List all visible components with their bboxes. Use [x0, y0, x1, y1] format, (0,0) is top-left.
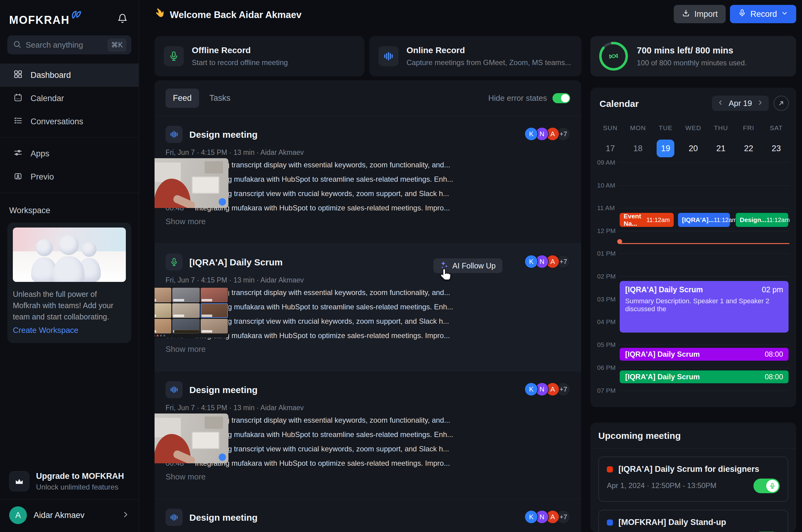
date-cell[interactable]: 21 [712, 139, 730, 157]
sidebar-item-apps[interactable]: Apps [0, 142, 139, 165]
feed-tabbar: Feed Tasks Hide error states [155, 80, 581, 116]
upcoming-meeting-card[interactable]: [MOFKRAH] Daily Stand-up Apr 1, 2024 · 1… [598, 510, 788, 532]
notifications-bell-icon[interactable] [117, 11, 128, 25]
calendar-event[interactable]: [IQRA'A] Daily Scrum08:00 [620, 370, 788, 383]
chevron-left-icon[interactable] [717, 99, 724, 108]
meeting-card[interactable]: [IQRA'A] Daily Scrum AI Follow Up K N A … [155, 244, 581, 372]
upcoming-title: Upcoming meeting [598, 431, 788, 441]
user-name: Aidar Akmaev [34, 511, 115, 520]
workspace-text: Unleash the full power of Mofkrah with t… [13, 289, 126, 323]
transcript-text: Integrating mufakara with HubSpot to opt… [195, 331, 450, 340]
event-color-dot [607, 466, 613, 472]
date-cell-selected[interactable]: 19 [656, 139, 674, 157]
offline-record-card[interactable]: Offline Record Start to record offline m… [155, 36, 364, 76]
calendar-event[interactable]: [IQRA'A] Daily Scrum08:00 [620, 348, 788, 361]
meeting-card[interactable]: Design meeting K N A +7 Fri, Jun 7 · 4:1… [155, 372, 581, 499]
wave-icon [155, 8, 166, 21]
date-cell[interactable]: 20 [684, 139, 702, 157]
sidebar-item-label: Dashboard [31, 71, 71, 80]
sidebar-item-previo[interactable]: Previo [0, 165, 139, 188]
import-button[interactable]: Import [674, 5, 726, 23]
create-workspace-link[interactable]: Create Workspace [13, 326, 126, 335]
avatar: A [9, 506, 27, 524]
mofkrah-dashboard: MOFKRAH Search anything ⌘K [0, 0, 802, 532]
workspace-section-label: Workspace [0, 197, 139, 215]
expand-calendar-button[interactable] [774, 96, 789, 111]
search-input[interactable]: Search anything ⌘K [7, 35, 131, 54]
hide-error-states-toggle[interactable] [553, 93, 570, 103]
meeting-meta: Fri, Jun 7 · 4:15 PM · 13 min · Aidar Ak… [166, 276, 304, 284]
transcript-text: Revamping transcript view with crucial k… [195, 317, 449, 326]
transcript-text: Integrating mufakara with HubSpot to opt… [195, 459, 450, 468]
microphone-icon [738, 9, 746, 20]
sidebar-item-label: Apps [31, 149, 50, 158]
feed-panel: Feed Tasks Hide error states Design meet… [155, 80, 581, 532]
participant-avatars: K N A +7 [524, 382, 570, 396]
upgrade-banner[interactable]: Upgrade to MOFKRAH Unlock unlimited feat… [0, 471, 139, 499]
mouse-cursor [439, 268, 453, 283]
date-cell[interactable]: 22 [740, 139, 758, 157]
upcoming-meeting-card[interactable]: [IQRA'A] Daily Scrum for diesigners Apr … [598, 457, 788, 502]
show-more-link[interactable]: Show more [166, 472, 206, 481]
online-record-card[interactable]: Online Record Capture meetings from GMee… [369, 36, 581, 76]
show-more-link[interactable]: Show more [166, 217, 206, 226]
transcript-text: Connecting mufakara with HubSpot to stre… [195, 303, 453, 311]
meeting-video-thumbnail[interactable] [155, 414, 228, 463]
waveform-icon [166, 126, 183, 143]
date-cell[interactable]: 18 [629, 139, 647, 157]
meeting-video-thumbnail[interactable] [155, 158, 228, 208]
date-cell[interactable]: 23 [767, 139, 785, 157]
sidebar-divider [0, 137, 139, 138]
online-record-subtitle: Capture meetings from GMeet, Zoom, MS te… [406, 58, 571, 67]
sidebar-item-label: Conversations [31, 117, 83, 127]
chevron-right-icon[interactable] [757, 99, 764, 108]
upcoming-meeting-title: [IQRA'A] Daily Scrum for diesigners [618, 464, 759, 474]
download-icon [682, 9, 690, 20]
meeting-grid-thumbnail[interactable] [155, 287, 228, 338]
sidebar-item-dashboard[interactable]: Dashboard [0, 63, 139, 87]
calendar-event[interactable]: Event Na...11:12am [620, 213, 674, 227]
logo-wave-icon [71, 11, 82, 21]
meeting-card[interactable]: Design meeting K N A +7 Fri, Jun 7 · 4:1… [155, 116, 581, 244]
dashboard-grid-icon [14, 70, 23, 81]
waveform-blue-icon [378, 46, 399, 66]
sidebar-item-calendar[interactable]: Calendar [0, 87, 139, 110]
participant-avatars: K N A +7 [524, 510, 570, 524]
tab-feed[interactable]: Feed [166, 89, 199, 108]
meeting-card[interactable]: Design meeting K N A +7 Fri, Jun 7 · 4:1… [155, 499, 581, 532]
microphone-icon [766, 480, 779, 492]
upgrade-subtitle: Unlock unlimited features [36, 483, 124, 491]
upcoming-meeting-title: [MOFKRAH] Daily Stand-up [618, 518, 726, 527]
current-time-dot [617, 239, 622, 244]
search-icon [13, 40, 21, 50]
sidebar-nav: Dashboard Calendar Conversations Apps [0, 63, 139, 197]
user-menu[interactable]: A Aidar Akmaev [0, 499, 139, 532]
microphone-icon [166, 253, 183, 271]
meeting-title: Design meeting [189, 130, 257, 140]
avatar: K [524, 255, 538, 268]
logo: MOFKRAH [9, 11, 82, 26]
calendar-event[interactable]: [IQRA'A]...11:12am [678, 213, 730, 227]
tab-tasks[interactable]: Tasks [202, 89, 238, 108]
auto-record-toggle[interactable] [753, 478, 780, 493]
avatar: K [524, 127, 538, 141]
offline-record-subtitle: Start to record offline meeting [192, 58, 288, 67]
hourglass-icon [598, 41, 629, 72]
show-more-link[interactable]: Show more [166, 344, 206, 354]
sidebar-item-conversations[interactable]: Conversations [0, 110, 139, 133]
calendar-event[interactable]: Design...11:12am [736, 213, 788, 227]
calendar-icon [14, 93, 23, 104]
chevron-right-icon [121, 511, 130, 520]
calendar-event-main[interactable]: [IQRA'A] Daily Scrum 02 pm Summary Descr… [620, 281, 788, 332]
transcript-text: Enhancing transcript display with essent… [195, 416, 450, 424]
conversations-list-icon [14, 116, 23, 127]
hide-error-states-label: Hide error states [488, 93, 547, 103]
waveform-icon [166, 509, 183, 526]
record-button[interactable]: Record [730, 5, 796, 23]
meeting-title: [IQRA'A] Daily Scrum [189, 257, 283, 268]
offline-record-title: Offline Record [192, 45, 288, 55]
logo-text: MOFKRAH [9, 11, 70, 26]
minutes-progress-ring [598, 41, 629, 72]
date-cell[interactable]: 17 [602, 139, 619, 157]
meeting-title: Design meeting [189, 385, 257, 395]
